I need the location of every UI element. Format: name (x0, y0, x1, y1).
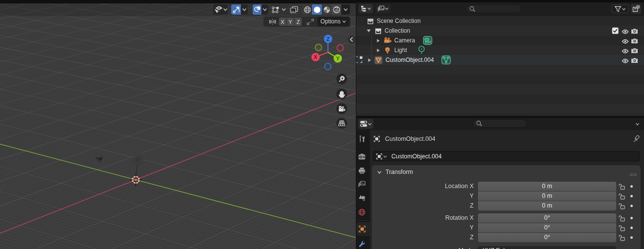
svg-text:X: X (314, 54, 317, 60)
svg-text:Y: Y (336, 56, 339, 61)
svg-text:Z: Z (327, 36, 330, 42)
